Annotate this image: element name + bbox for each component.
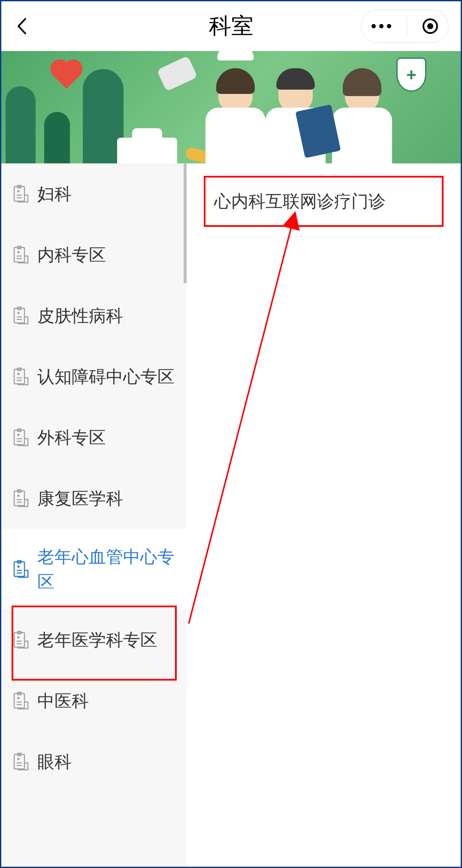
sidebar-item-department[interactable]: 眼科 xyxy=(1,731,187,792)
scrollbar[interactable] xyxy=(184,163,187,283)
svg-rect-48 xyxy=(14,693,24,708)
svg-line-60 xyxy=(189,214,295,624)
document-icon xyxy=(12,185,30,203)
banner-image: + xyxy=(1,51,461,163)
document-icon xyxy=(12,692,30,710)
svg-rect-30 xyxy=(14,491,24,506)
sidebar-item-label: 老年医学科专区 xyxy=(37,627,176,652)
sidebar-item-label: 康复医学科 xyxy=(37,486,176,511)
svg-rect-0 xyxy=(14,187,24,201)
department-sidebar[interactable]: 妇科内科专区皮肤性病科认知障碍中心专区外科专区康复医学科老年心血管中心专区老年医… xyxy=(1,163,187,867)
sidebar-item-department[interactable]: 妇科 xyxy=(1,163,187,224)
document-icon xyxy=(12,368,30,386)
document-icon xyxy=(12,631,30,649)
back-button[interactable] xyxy=(13,18,30,35)
svg-rect-54 xyxy=(14,754,24,769)
document-icon xyxy=(12,560,30,578)
more-button[interactable] xyxy=(371,24,391,28)
sidebar-item-label: 外科专区 xyxy=(37,425,176,450)
document-icon xyxy=(12,246,30,264)
header: 科室 xyxy=(1,1,461,51)
page-title: 科室 xyxy=(209,11,254,41)
sidebar-item-department[interactable]: 老年心血管中心专区 xyxy=(1,529,187,609)
sidebar-item-label: 老年心血管中心专区 xyxy=(37,544,176,594)
document-icon xyxy=(12,428,30,446)
sidebar-item-department[interactable]: 内科专区 xyxy=(1,224,187,285)
document-icon xyxy=(12,753,30,771)
sidebar-item-label: 眼科 xyxy=(37,749,176,774)
document-icon xyxy=(12,489,30,507)
sidebar-item-label: 皮肤性病科 xyxy=(37,303,176,328)
sidebar-item-department[interactable]: 皮肤性病科 xyxy=(1,285,187,346)
chevron-left-icon xyxy=(16,17,28,35)
miniprogram-capsule xyxy=(361,9,449,43)
svg-rect-24 xyxy=(14,430,24,445)
svg-rect-18 xyxy=(14,369,24,384)
svg-rect-6 xyxy=(14,247,24,262)
svg-rect-36 xyxy=(14,562,24,576)
sidebar-item-department[interactable]: 认知障碍中心专区 xyxy=(1,346,187,407)
sidebar-item-department[interactable]: 老年医学科专区 xyxy=(1,609,187,670)
sidebar-item-label: 中医科 xyxy=(37,688,176,713)
sidebar-item-department[interactable]: 康复医学科 xyxy=(1,468,187,529)
subdepartment-content: 心内科互联网诊疗门诊 xyxy=(187,163,461,867)
main-content: 妇科内科专区皮肤性病科认知障碍中心专区外科专区康复医学科老年心血管中心专区老年医… xyxy=(1,163,461,867)
sidebar-item-department[interactable]: 中医科 xyxy=(1,670,187,731)
sidebar-item-label: 妇科 xyxy=(37,181,176,206)
annotation-arrow xyxy=(187,210,332,626)
document-icon xyxy=(12,307,30,325)
svg-rect-12 xyxy=(14,308,24,323)
close-miniprogram-button[interactable] xyxy=(423,18,438,34)
sidebar-item-department[interactable]: 外科专区 xyxy=(1,407,187,468)
subdepartment-item[interactable]: 心内科互联网诊疗门诊 xyxy=(204,176,444,227)
sidebar-item-label: 内科专区 xyxy=(37,242,176,267)
sidebar-item-label: 认知障碍中心专区 xyxy=(37,364,176,389)
svg-rect-42 xyxy=(14,633,24,647)
